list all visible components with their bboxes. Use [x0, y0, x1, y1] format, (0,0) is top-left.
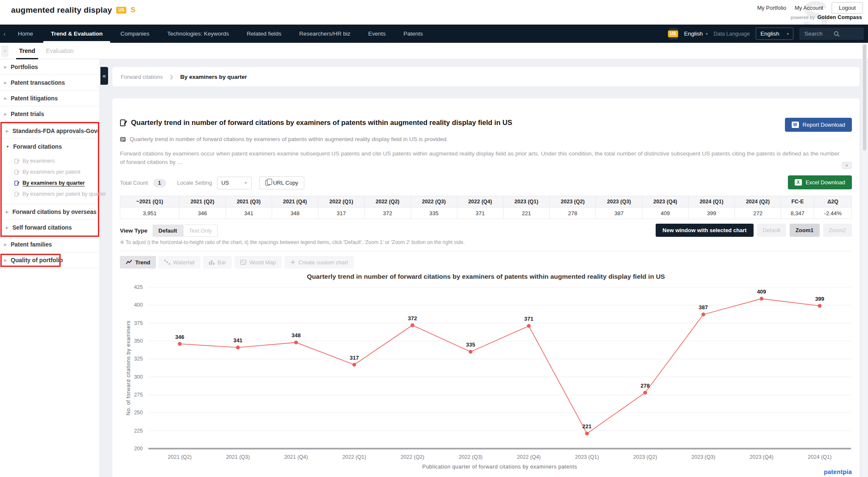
table-header-cell[interactable]: 2021 (Q4): [272, 196, 318, 208]
ui-language-select[interactable]: English ▾: [684, 31, 708, 37]
svg-text:341: 341: [233, 337, 242, 344]
vertical-scrollbar[interactable]: [862, 43, 867, 477]
sidebar-item-patent-families[interactable]: ▶ Patent families: [0, 237, 100, 252]
sidebar-subitem-by-examiners-by-quarter[interactable]: By examiners by quarter: [2, 177, 98, 189]
chart-tab-create-custom-chart[interactable]: Create custom chart: [284, 256, 354, 269]
sidebar-subitem-by-examiners[interactable]: By examiners: [2, 155, 98, 166]
chart-tab-trend[interactable]: Trend: [120, 256, 156, 269]
zoom2-button[interactable]: Zoom2: [823, 224, 852, 237]
nav-item-events[interactable]: Events: [359, 25, 395, 43]
table-header-cell[interactable]: ~2021 (Q1): [120, 196, 179, 208]
sidebar-item-patent-litigations[interactable]: ▶ Patent litigations: [0, 91, 100, 106]
doc-edit-icon: [120, 119, 127, 127]
nav-item-companies[interactable]: Companies: [111, 25, 158, 43]
breadcrumb-parent[interactable]: Forward citations: [121, 74, 163, 80]
table-header-cell[interactable]: 2022 (Q3): [411, 196, 457, 208]
svg-text:No. of forward citations by ex: No. of forward citations by examiners: [125, 320, 131, 415]
table-value-row: 3,95134634134831737233537122127838740939…: [120, 208, 852, 219]
search-placeholder: Search: [804, 31, 823, 37]
my-account-link[interactable]: My Account: [795, 5, 823, 11]
svg-text:2022 (Q4): 2022 (Q4): [517, 454, 540, 460]
nav-item-home[interactable]: Home: [9, 25, 42, 43]
table-header-cell[interactable]: 2022 (Q4): [457, 196, 503, 208]
table-value-cell: 317: [318, 208, 364, 219]
world-map-icon: [240, 260, 246, 265]
table-value-cell: 278: [550, 208, 596, 219]
sidebar: ▶ Portfolios ▶ Patent transactions ▶ Pat…: [0, 59, 100, 477]
subtab-back-icon[interactable]: ‹: [1, 45, 8, 57]
trend-line-chart[interactable]: 2002252502753003253503754004253462021 (Q…: [120, 282, 852, 475]
svg-text:278: 278: [640, 383, 650, 389]
excel-download-label: Excel Download: [806, 179, 845, 186]
locale-value: US: [221, 180, 229, 186]
sidebar-item-label: Self forward citations: [12, 225, 72, 231]
table-header-cell[interactable]: 2023 (Q4): [642, 196, 688, 208]
sidebar-item-quality-of-portfolio[interactable]: ▶ Quality of portfolio: [0, 252, 100, 268]
sidebar-subitem-by-examiners-per-patent-by-quarter[interactable]: By examiners per patent by quarter: [2, 189, 98, 200]
table-header-cell[interactable]: 2024 (Q1): [688, 196, 734, 208]
excel-download-button[interactable]: X Excel Download: [788, 175, 852, 189]
view-text-only-button[interactable]: Text Only: [183, 225, 218, 237]
url-copy-button[interactable]: URL Copy: [259, 176, 304, 189]
logout-button[interactable]: Logout: [832, 2, 863, 14]
svg-text:400: 400: [134, 302, 143, 308]
nav-item-patents[interactable]: Patents: [395, 25, 432, 43]
s-badge: S: [131, 6, 135, 14]
expand-description-button[interactable]: ▼: [842, 162, 852, 169]
zoom1-button[interactable]: Zoom1: [790, 224, 820, 237]
caret-down-icon: ▼: [6, 145, 9, 149]
sidebar-item-forward-citations[interactable]: ▼ Forward citations: [2, 139, 98, 155]
chevron-down-icon: ▾: [787, 32, 789, 36]
sidebar-item-portfolios[interactable]: ▶ Portfolios: [0, 59, 100, 75]
table-header-cell[interactable]: 2023 (Q3): [596, 196, 642, 208]
data-language-select[interactable]: English ▾: [756, 28, 793, 40]
chart-tab-waterfall[interactable]: Waterfall: [159, 256, 200, 269]
sidebar-subitem-label: By examiners: [22, 158, 55, 164]
table-header-cell[interactable]: 2021 (Q3): [225, 196, 272, 208]
report-download-button[interactable]: W Report Download: [785, 118, 852, 132]
caret-right-icon: ▶: [4, 81, 7, 85]
zoom-default-button[interactable]: Default: [757, 224, 786, 237]
nav-item-researchers-hr-biz[interactable]: Researchers/HR biz: [290, 25, 359, 43]
chart-tab-world-map[interactable]: World Map: [234, 256, 282, 269]
table-header-cell[interactable]: 2023 (Q2): [550, 196, 596, 208]
table-header-cell[interactable]: Δ2Q: [814, 196, 852, 208]
view-default-button[interactable]: Default: [153, 225, 183, 237]
table-header-cell[interactable]: FC-E: [781, 196, 814, 208]
sidebar-subitem-by-examiners-per-patent[interactable]: By examiners per patent: [2, 166, 98, 177]
sidebar-item-label: Portfolios: [11, 64, 38, 70]
chart-title: Quarterly trend in number of forward cit…: [120, 269, 852, 280]
table-header-cell[interactable]: 2022 (Q2): [364, 196, 411, 208]
data-language-value: English: [760, 31, 779, 37]
scrollbar-thumb[interactable]: [863, 44, 866, 150]
table-header-cell[interactable]: 2023 (Q1): [503, 196, 549, 208]
chart-tab-bar[interactable]: Bar: [203, 256, 232, 269]
my-portfolio-link[interactable]: My Portfolio: [757, 5, 786, 11]
caret-right-icon: ▶: [6, 226, 8, 230]
sidebar-item-label: Patent trials: [11, 111, 44, 117]
sidebar-item-patent-trials[interactable]: ▶ Patent trials: [0, 106, 100, 122]
chart-area: Quarterly trend in number of forward cit…: [120, 269, 852, 477]
nav-item-related-fields[interactable]: Related fields: [238, 25, 290, 43]
new-window-chart-button[interactable]: New window with selected chart: [656, 224, 754, 237]
tab-trend[interactable]: Trend: [19, 43, 35, 59]
table-header-cell[interactable]: 2022 (Q1): [318, 196, 364, 208]
caret-right-icon: ▶: [6, 129, 8, 133]
caret-right-icon: ▶: [4, 243, 7, 247]
svg-text:2022 (Q2): 2022 (Q2): [401, 454, 424, 460]
locale-select[interactable]: US ▼: [217, 177, 252, 189]
sidebar-item-self-forward-citations[interactable]: ▶ Self forward citations: [2, 220, 98, 236]
sidebar-collapse-button[interactable]: «: [100, 67, 108, 85]
tab-evaluation[interactable]: Evaluation: [46, 43, 73, 59]
quarterly-data-table: ~2021 (Q1)2021 (Q2)2021 (Q3)2021 (Q4)202…: [120, 196, 852, 219]
nav-back-icon[interactable]: ‹: [0, 30, 9, 37]
sidebar-item-label: Patent families: [11, 241, 52, 248]
sidebar-item-standards-fda[interactable]: ▶ Standards-FDA approvals-Govern…: [2, 123, 98, 139]
sidebar-item-patent-transactions[interactable]: ▶ Patent transactions: [0, 75, 100, 91]
table-header-cell[interactable]: 2024 (Q2): [734, 196, 781, 208]
search-input[interactable]: Search: [799, 28, 864, 40]
nav-item-technologies-keywords[interactable]: Technologies: Keywords: [159, 25, 238, 43]
nav-item-trend-evaluation[interactable]: Trend & Evaluation: [42, 25, 111, 43]
sidebar-item-forward-citations-overseas[interactable]: ▶ Forward citations by overseas pat…: [2, 204, 98, 220]
table-header-cell[interactable]: 2021 (Q2): [179, 196, 225, 208]
